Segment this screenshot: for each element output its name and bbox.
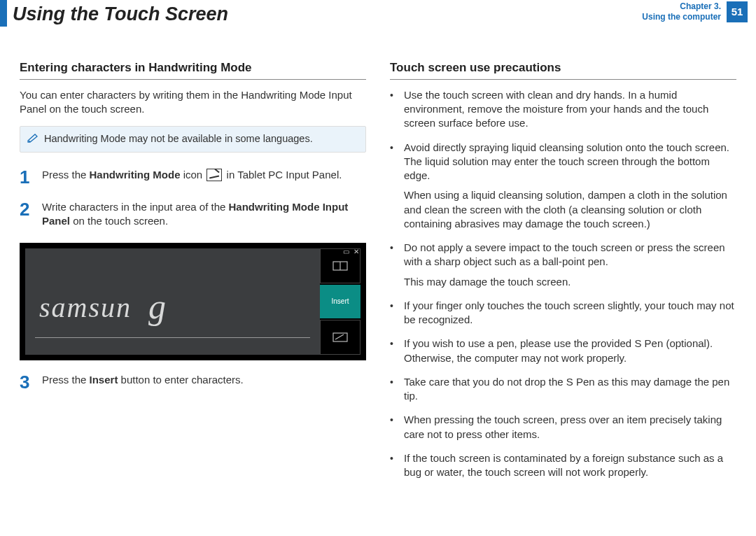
handwriting-sample-tail: g [148,287,167,326]
step1-part-b: Handwriting Mode [90,169,181,181]
handwriting-sample-main: samsun [39,292,132,323]
list-item: If the touch screen is contaminated by a… [390,451,736,480]
step1-part-c: icon [181,169,206,181]
step-3-body: Press the Insert button to enter charact… [42,373,366,391]
handwriting-sample-text: samsung [39,282,150,330]
right-heading: Touch screen use precautions [390,60,736,80]
list-item: If you wish to use a pen, please use the… [390,337,736,365]
step3-part-c: button to enter characters. [118,374,243,386]
step-2-body: Write characters in the input area of th… [42,200,366,229]
step-number-2: 2 [20,200,34,229]
svg-rect-2 [333,333,347,341]
step-2: 2 Write characters in the input area of … [20,200,366,229]
list-item-text: If the touch screen is contaminated by a… [404,451,736,480]
panel-handwriting-button[interactable] [320,320,360,355]
page-number: 51 [727,1,748,22]
panel-window-controls: ▭ ✕ [339,246,363,258]
list-item: Use the touch screen with clean and dry … [390,88,736,131]
step1-part-d: in Tablet PC Input Panel. [223,169,342,181]
list-item: When pressing the touch screen, press ov… [390,413,736,442]
handwriting-panel: ▭ ✕ samsung Insert [20,243,366,360]
page-header: Using the Touch Screen Chapter 3. Using … [0,0,756,34]
handwriting-baseline [35,337,310,338]
list-item-text: If your finger only touches the touch sc… [404,299,736,327]
left-column: Entering characters in Handwriting Mode … [20,60,366,489]
list-item-text: When pressing the touch screen, press ov… [404,413,736,442]
step3-part-a: Press the [42,374,90,386]
list-item: Avoid directly spraying liquid cleansing… [390,141,736,232]
precautions-list: Use the touch screen with clean and dry … [390,88,736,480]
list-item: Do not apply a severe impact to the touc… [390,241,736,289]
list-item-text: Take care that you do not drop the S Pen… [404,375,736,404]
step1-part-a: Press the [42,169,90,181]
list-item: Take care that you do not drop the S Pen… [390,375,736,404]
step-3: 3 Press the Insert button to enter chara… [20,373,366,391]
left-intro: You can enter characters by writing them… [20,88,366,117]
list-item-para: When using a liquid cleansing solution, … [404,188,736,231]
page-title: Using the Touch Screen [13,1,228,27]
chapter-line1: Chapter 3. [642,1,721,12]
list-item-para: Avoid directly spraying liquid cleansing… [404,141,736,183]
step-1: 1 Press the Handwriting Mode icon in Tab… [20,168,366,186]
list-item-para: This may damage the touch screen. [404,275,736,289]
note-icon [27,133,38,146]
step-number-3: 3 [20,373,34,391]
handwriting-canvas[interactable]: samsung [25,248,320,355]
list-item-text: Do not apply a severe impact to the touc… [404,241,736,289]
step-number-1: 1 [20,168,34,186]
chapter-label: Chapter 3. Using the computer [642,1,721,22]
panel-side-buttons: Insert [320,246,363,358]
header-right: Chapter 3. Using the computer 51 [642,1,748,22]
step2-part-c: on the touch screen. [70,215,168,227]
list-item-text: Avoid directly spraying liquid cleansing… [404,141,736,232]
list-item-para: Do not apply a severe impact to the touc… [404,241,736,269]
chapter-line2: Using the computer [642,12,721,22]
panel-close-icon[interactable]: ✕ [354,247,359,257]
panel-insert-button[interactable]: Insert [320,285,360,318]
note-text: Handwriting Mode may not be available in… [44,132,313,146]
note-box: Handwriting Mode may not be available in… [20,126,366,153]
step2-part-a: Write characters in the input area of th… [42,201,229,213]
handwriting-mode-icon [206,169,222,181]
left-heading: Entering characters in Handwriting Mode [20,60,366,80]
step3-part-b: Insert [90,374,118,386]
step-1-body: Press the Handwriting Mode icon in Table… [42,168,366,186]
list-item-text: If you wish to use a pen, please use the… [404,337,736,365]
list-item-text: Use the touch screen with clean and dry … [404,88,736,131]
panel-minimize-icon[interactable]: ▭ [343,247,349,257]
list-item: If your finger only touches the touch sc… [390,299,736,327]
content-columns: Entering characters in Handwriting Mode … [0,60,756,489]
right-column: Touch screen use precautions Use the tou… [390,60,736,489]
header-accent-bar [0,0,7,27]
